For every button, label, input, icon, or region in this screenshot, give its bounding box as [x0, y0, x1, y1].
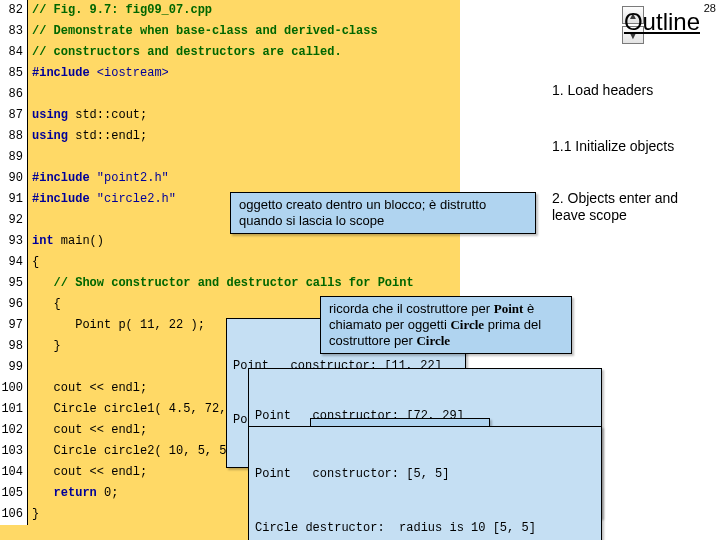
lineno: 86 — [0, 84, 28, 105]
lineno: 101 — [0, 399, 28, 420]
code-comment: // Demonstrate when base-class and deriv… — [28, 21, 378, 42]
code-line: #include "circle2.h" — [28, 189, 176, 210]
code-line: return 0; — [28, 483, 118, 504]
lineno: 106 — [0, 504, 28, 525]
code-line: using std::endl; — [28, 126, 147, 147]
code-line: Circle circle2( 10, 5, 5 ); — [28, 441, 248, 462]
code-line: } — [28, 504, 39, 525]
lineno: 100 — [0, 378, 28, 399]
outline-panel: Outline — [460, 0, 720, 36]
lineno: 93 — [0, 231, 28, 252]
lineno: 88 — [0, 126, 28, 147]
callout-ctor-order: ricorda che il costruttore per Point è c… — [320, 296, 572, 354]
lineno: 98 — [0, 336, 28, 357]
code-line: { — [28, 252, 39, 273]
outline-heading: Outline — [460, 8, 700, 36]
lineno: 85 — [0, 63, 28, 84]
lineno: 103 — [0, 441, 28, 462]
lineno: 83 — [0, 21, 28, 42]
code-line: Point p( 11, 22 ); — [28, 315, 205, 336]
lineno: 102 — [0, 420, 28, 441]
lineno: 89 — [0, 147, 28, 168]
output-destructors: Point constructor: [5, 5] Circle destruc… — [248, 426, 602, 540]
lineno: 90 — [0, 168, 28, 189]
lineno: 91 — [0, 189, 28, 210]
code-line: int main() — [28, 231, 104, 252]
lineno: 82 — [0, 0, 28, 21]
code-line: #include <iostream> — [28, 63, 169, 84]
output-line: Point constructor: [5, 5] — [255, 465, 595, 483]
note-scope-b: leave scope — [552, 207, 627, 223]
lineno: 104 — [0, 462, 28, 483]
code-comment: // Fig. 9.7: fig09_07.cpp — [28, 0, 212, 21]
lineno: 97 — [0, 315, 28, 336]
lineno: 87 — [0, 105, 28, 126]
lineno: 95 — [0, 273, 28, 294]
note-load-headers: 1. Load headers — [552, 82, 653, 98]
lineno: 84 — [0, 42, 28, 63]
lineno: 96 — [0, 294, 28, 315]
note-initialize: 1.1 Initialize objects — [552, 138, 674, 154]
code-line: using std::cout; — [28, 105, 147, 126]
output-line: Circle destructor: radius is 10 [5, 5] — [255, 519, 595, 537]
code-line: cout << endl; — [28, 378, 147, 399]
slide: 28 ▲ ▼ Outline 1. Load headers 1.1 Initi… — [0, 0, 720, 540]
code-line: cout << endl; — [28, 462, 147, 483]
note-scope-a: 2. Objects enter and — [552, 190, 678, 206]
lineno: 92 — [0, 210, 28, 231]
code-line: #include "point2.h" — [28, 168, 169, 189]
code-line: } — [28, 336, 61, 357]
code-line — [28, 210, 32, 231]
code-line: cout << endl; — [28, 420, 147, 441]
code-line: { — [28, 294, 61, 315]
lineno: 94 — [0, 252, 28, 273]
code-line — [28, 84, 32, 105]
callout-block-scope: oggetto creato dentro un blocco; è distr… — [230, 192, 536, 234]
code-line — [28, 147, 32, 168]
lineno: 105 — [0, 483, 28, 504]
lineno: 99 — [0, 357, 28, 378]
code-line — [28, 357, 32, 378]
code-comment: // constructors and destructors are call… — [28, 42, 342, 63]
code-comment: // Show constructor and destructor calls… — [28, 273, 414, 294]
